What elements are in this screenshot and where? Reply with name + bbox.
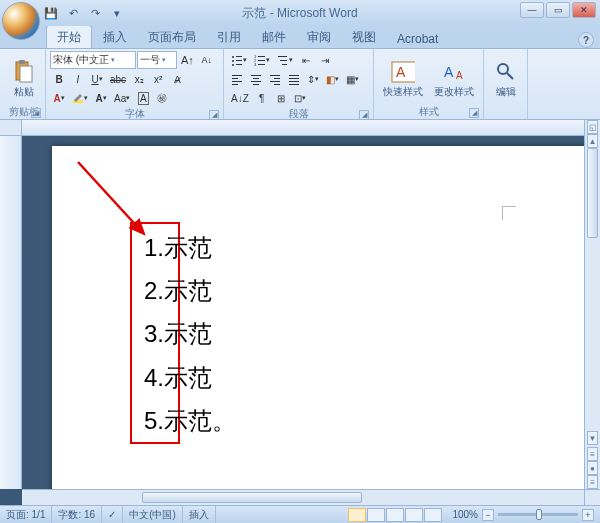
editing-button[interactable]: 编辑	[488, 51, 523, 105]
enclose-icon: ㊙	[157, 91, 167, 105]
highlight-button[interactable]: ▾	[69, 89, 91, 107]
close-button[interactable]: ✕	[572, 2, 596, 18]
tab-insert[interactable]: 插入	[93, 26, 137, 48]
enclose-char-button[interactable]: ㊙	[153, 89, 171, 107]
font-dialog-launcher[interactable]: ◢	[209, 110, 219, 120]
grow-font-button[interactable]: A↑	[178, 51, 197, 69]
qat-undo[interactable]: ↶	[64, 4, 82, 22]
office-button[interactable]	[2, 2, 40, 40]
tab-view[interactable]: 视图	[342, 26, 386, 48]
ruler-toggle[interactable]: ◱	[587, 120, 598, 134]
next-page-button[interactable]: ≡	[587, 475, 598, 489]
scroll-down-button[interactable]: ▼	[587, 431, 598, 445]
strike-button[interactable]: abc	[107, 70, 129, 88]
list-text: 示范。	[164, 407, 236, 434]
prev-page-button[interactable]: ≡	[587, 447, 598, 461]
tab-acrobat[interactable]: Acrobat	[387, 29, 448, 48]
page[interactable]: 1.示范 2.示范 3.示范 4.示范 5.示范。	[52, 146, 584, 489]
view-full-screen[interactable]	[367, 508, 385, 522]
tab-mailings[interactable]: 邮件	[252, 26, 296, 48]
list-item[interactable]: 1.示范	[144, 226, 236, 269]
change-styles-button[interactable]: AA 更改样式	[430, 51, 480, 105]
shading-button[interactable]: ◧▾	[323, 70, 342, 88]
vertical-scrollbar[interactable]: ◱ ▲ ▼ ≡ ● ≡	[584, 120, 600, 489]
snap-grid-button[interactable]: ⊞	[272, 89, 290, 107]
tab-review[interactable]: 审阅	[297, 26, 341, 48]
group-clipboard: 粘贴 剪贴板◢	[2, 49, 46, 119]
zoom-slider-thumb[interactable]	[536, 509, 542, 520]
align-left-button[interactable]	[228, 70, 246, 88]
maximize-button[interactable]: ▭	[546, 2, 570, 18]
quick-styles-button[interactable]: A 快速样式	[378, 51, 428, 105]
horizontal-scrollbar[interactable]	[22, 489, 584, 505]
char-shading-button[interactable]: Aa▾	[111, 89, 133, 107]
superscript-button[interactable]: x²	[149, 70, 167, 88]
minimize-button[interactable]: —	[520, 2, 544, 18]
status-language[interactable]: 中文(中国)	[123, 506, 183, 523]
list-text: 示范	[164, 364, 212, 391]
view-web-layout[interactable]	[386, 508, 404, 522]
list-item[interactable]: 2.示范	[144, 269, 236, 312]
zoom-in-button[interactable]: +	[582, 509, 594, 521]
view-draft[interactable]	[424, 508, 442, 522]
qat-customize[interactable]: ▾	[108, 4, 126, 22]
sort-button[interactable]: A↓Z	[228, 89, 252, 107]
align-center-button[interactable]	[247, 70, 265, 88]
subscript-icon: x₂	[135, 74, 144, 85]
zoom-out-button[interactable]: −	[482, 509, 494, 521]
help-button[interactable]: ?	[578, 32, 594, 48]
underline-button[interactable]: U▾	[88, 70, 106, 88]
view-print-layout[interactable]	[348, 508, 366, 522]
tab-page-layout[interactable]: 页面布局	[138, 26, 206, 48]
font-color-button[interactable]: A▾	[92, 89, 110, 107]
vscroll-thumb[interactable]	[587, 148, 598, 238]
tab-home[interactable]: 开始	[46, 25, 92, 48]
align-right-button[interactable]	[266, 70, 284, 88]
horizontal-ruler[interactable]	[22, 120, 584, 136]
multilevel-button[interactable]: ▾	[274, 51, 296, 69]
bullets-button[interactable]: ▾	[228, 51, 250, 69]
font-face-combo[interactable]: 宋体 (中文正▾	[50, 51, 136, 69]
list-item[interactable]: 5.示范。	[144, 399, 236, 442]
font-size-combo[interactable]: 一号▾	[137, 51, 177, 69]
para-border-button[interactable]: ⊡▾	[291, 89, 309, 107]
hscroll-thumb[interactable]	[142, 492, 362, 503]
qat-save[interactable]: 💾	[42, 4, 60, 22]
status-proofing[interactable]: ✓	[102, 506, 123, 523]
status-mode[interactable]: 插入	[183, 506, 216, 523]
status-page[interactable]: 页面: 1/1	[0, 506, 52, 523]
align-justify-button[interactable]	[285, 70, 303, 88]
zoom-slider[interactable]	[498, 513, 578, 516]
list-item[interactable]: 3.示范	[144, 312, 236, 355]
qat-redo[interactable]: ↷	[86, 4, 104, 22]
clear-format-button[interactable]: A̷	[168, 70, 186, 88]
vertical-ruler[interactable]	[0, 136, 22, 489]
shrink-font-button[interactable]: A↓	[198, 51, 216, 69]
zoom-level[interactable]: 100%	[452, 509, 478, 520]
bold-button[interactable]: B	[50, 70, 68, 88]
italic-button[interactable]: I	[69, 70, 87, 88]
borders-button[interactable]: ▦▾	[343, 70, 362, 88]
shading-icon: ◧	[326, 74, 335, 85]
paragraph-dialog-launcher[interactable]: ◢	[359, 110, 369, 120]
tab-references[interactable]: 引用	[207, 26, 251, 48]
increase-indent-button[interactable]: ⇥	[316, 51, 334, 69]
text-effects-button[interactable]: A▾	[50, 89, 68, 107]
subscript-button[interactable]: x₂	[130, 70, 148, 88]
svg-rect-27	[270, 75, 280, 76]
view-outline[interactable]	[405, 508, 423, 522]
status-words[interactable]: 字数: 16	[52, 506, 102, 523]
show-marks-button[interactable]: ¶	[253, 89, 271, 107]
numbering-button[interactable]: 123▾	[251, 51, 273, 69]
decrease-indent-button[interactable]: ⇤	[297, 51, 315, 69]
document-viewport[interactable]: 1.示范 2.示范 3.示范 4.示范 5.示范。	[22, 136, 584, 489]
list-item[interactable]: 4.示范	[144, 356, 236, 399]
char-border-button[interactable]: A	[134, 89, 152, 107]
highlight-icon	[72, 92, 84, 104]
paste-button[interactable]: 粘贴	[6, 51, 41, 105]
styles-dialog-launcher[interactable]: ◢	[469, 108, 479, 118]
browse-object-button[interactable]: ●	[587, 461, 598, 475]
clipboard-dialog-launcher[interactable]: ◢	[31, 108, 41, 118]
scroll-up-button[interactable]: ▲	[587, 134, 598, 148]
line-spacing-button[interactable]: ⇕▾	[304, 70, 322, 88]
